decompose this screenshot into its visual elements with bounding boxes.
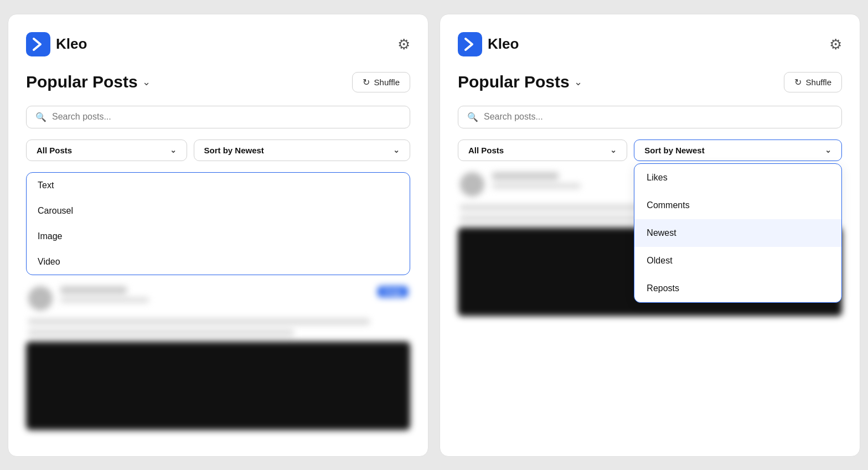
left-post-area: Image (26, 286, 410, 441)
right-all-posts-select[interactable]: All Posts ⌄ (458, 140, 627, 161)
right-gear-icon: ⚙ (829, 36, 842, 53)
right-logo-text: Kleo (488, 35, 519, 53)
left-shuffle-button[interactable]: ↻ Shuffle (352, 72, 410, 92)
right-post-avatar (460, 172, 484, 197)
left-gear-icon: ⚙ (397, 36, 410, 53)
left-logo-text: Kleo (56, 35, 87, 53)
left-dropdown-item-text[interactable]: Text (27, 173, 410, 198)
right-logo-icon (458, 32, 482, 56)
left-logo-icon (26, 32, 50, 56)
left-shuffle-icon: ↻ (363, 77, 370, 87)
right-sort-item-likes[interactable]: Likes (634, 164, 841, 192)
right-search-box: 🔍 (458, 106, 842, 128)
left-shuffle-label: Shuffle (374, 78, 400, 87)
right-sort-dropdown-menu: Likes Comments Newest Oldest Reposts (634, 163, 842, 303)
left-dropdown-item-video[interactable]: Video (27, 249, 410, 275)
left-panel: Kleo ⚙ Popular Posts ⌄ ↻ Shuffle 🔍 (8, 14, 428, 457)
left-search-input[interactable] (52, 112, 401, 122)
left-search-box: 🔍 (26, 106, 410, 128)
kleo-logo-svg (30, 37, 46, 52)
right-page-title: Popular Posts (458, 73, 570, 91)
right-sort-label: Sort by Newest (644, 146, 704, 155)
left-page-title: Popular Posts (26, 73, 138, 91)
left-filters-row: All Posts ⌄ Sort by Newest ⌄ (26, 140, 410, 161)
left-sort-label: Sort by Newest (204, 146, 264, 155)
right-sort-select[interactable]: Sort by Newest ⌄ (634, 140, 842, 161)
left-search-icon: 🔍 (35, 112, 46, 122)
left-dropdown-item-carousel[interactable]: Carousel (27, 198, 410, 224)
right-search-input[interactable] (484, 112, 833, 122)
right-shuffle-icon: ↻ (794, 77, 802, 87)
right-title-row: Popular Posts ⌄ ↻ Shuffle (458, 72, 842, 92)
right-settings-button[interactable]: ⚙ (829, 37, 842, 51)
right-sort-dropdown-wrapper: Sort by Newest ⌄ Likes Comments Newest (634, 140, 842, 161)
right-search-row: 🔍 (458, 106, 842, 128)
left-logo-area: Kleo (26, 32, 87, 56)
right-search-icon: 🔍 (467, 112, 478, 122)
left-post-image-block (26, 342, 410, 430)
right-sort-chevron-icon: ⌄ (825, 146, 831, 154)
left-post-image-badge: Image (378, 286, 408, 297)
right-sort-item-comments[interactable]: Comments (634, 192, 841, 219)
left-search-row: 🔍 (26, 106, 410, 128)
right-all-posts-label: All Posts (468, 146, 504, 155)
right-kleo-logo-svg (462, 37, 478, 52)
left-all-posts-label: All Posts (37, 146, 72, 155)
left-header: Kleo ⚙ (26, 32, 410, 56)
left-title-row: Popular Posts ⌄ ↻ Shuffle (26, 72, 410, 92)
left-sort-select[interactable]: Sort by Newest ⌄ (194, 140, 411, 161)
right-sort-item-reposts[interactable]: Reposts (634, 275, 841, 302)
left-post-meta (60, 286, 370, 303)
right-panel: Kleo ⚙ Popular Posts ⌄ ↻ Shuffle 🔍 (440, 14, 860, 457)
panels-container: Kleo ⚙ Popular Posts ⌄ ↻ Shuffle 🔍 (8, 14, 860, 457)
right-shuffle-button[interactable]: ↻ Shuffle (784, 72, 842, 92)
left-sort-chevron-icon: ⌄ (393, 146, 400, 154)
left-dropdown-item-image[interactable]: Image (27, 224, 410, 249)
left-title-chevron-icon: ⌄ (142, 76, 151, 88)
right-filters-row: All Posts ⌄ Sort by Newest ⌄ Likes Comme… (458, 140, 842, 161)
right-title-area[interactable]: Popular Posts ⌄ (458, 73, 582, 91)
right-sort-item-newest[interactable]: Newest (634, 219, 841, 247)
right-all-posts-chevron-icon: ⌄ (610, 146, 617, 154)
right-shuffle-label: Shuffle (806, 78, 831, 87)
right-sort-item-oldest[interactable]: Oldest (634, 247, 841, 275)
left-all-posts-chevron-icon: ⌄ (170, 146, 177, 154)
left-title-area[interactable]: Popular Posts ⌄ (26, 73, 151, 91)
left-all-posts-select[interactable]: All Posts ⌄ (26, 140, 187, 161)
right-title-chevron-icon: ⌄ (574, 76, 582, 88)
left-posts-dropdown: Text Carousel Image Video (26, 172, 410, 275)
right-header: Kleo ⚙ (458, 32, 842, 56)
right-logo-area: Kleo (458, 32, 519, 56)
left-settings-button[interactable]: ⚙ (397, 37, 410, 51)
left-post-avatar (28, 286, 53, 311)
